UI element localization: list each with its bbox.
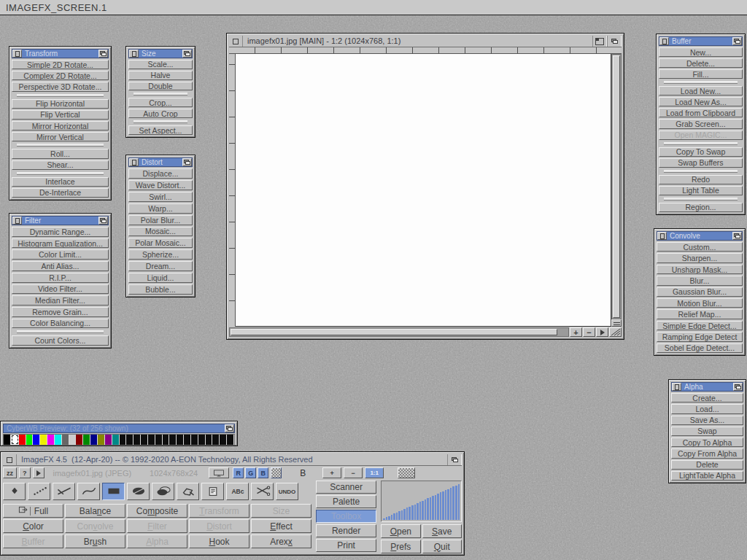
iconify-gadget-icon[interactable]	[659, 37, 669, 45]
vertical-scrollbar[interactable]	[611, 54, 622, 319]
alpha-button[interactable]: Alpha	[127, 534, 187, 548]
fill-button[interactable]: Fill...	[659, 69, 743, 79]
sleep-button[interactable]: zz	[3, 467, 17, 478]
close-icon[interactable]	[3, 454, 17, 465]
curve-tool[interactable]	[77, 483, 100, 500]
color-swatch[interactable]	[148, 435, 155, 445]
color-swatch[interactable]	[120, 435, 127, 445]
ramping-edge-detect-button[interactable]: Ramping Edge Detect	[657, 332, 743, 341]
copy-to-alpha-button[interactable]: Copy To Alpha	[671, 438, 743, 447]
sharpen-button[interactable]: Sharpen...	[657, 253, 743, 262]
polar-blur-button[interactable]: Polar Blur...	[128, 215, 193, 225]
vertical-scroll-thumb[interactable]	[613, 55, 620, 318]
polar-mosaic-button[interactable]: Polar Mosaic...	[128, 238, 193, 248]
color-swatch[interactable]	[155, 435, 163, 445]
oval-tool[interactable]	[127, 483, 150, 500]
color-swatch[interactable]	[11, 435, 19, 445]
depth-gadget-icon[interactable]	[98, 217, 108, 225]
undo-button[interactable]: UNDO	[276, 483, 298, 500]
warp-button[interactable]: Warp...	[128, 203, 193, 214]
main-window-titlebar[interactable]: imagefx01.jpg [MAIN] - 1:2 (1024x768, 1:…	[229, 36, 622, 47]
transform-button[interactable]: Transform	[189, 504, 249, 518]
color-swatch[interactable]	[112, 435, 120, 445]
color-swatch[interactable]	[163, 435, 170, 445]
full-button[interactable]: Full	[3, 504, 63, 518]
dither-toggle-icon[interactable]	[271, 467, 282, 478]
color-swatch[interactable]	[40, 435, 47, 445]
distort-button[interactable]: Distort	[189, 519, 249, 533]
color-swatch[interactable]	[69, 435, 77, 445]
median-filter-button[interactable]: Median Filter...	[12, 295, 109, 306]
set-aspect-button[interactable]: Set Aspect...	[128, 125, 193, 135]
image-canvas[interactable]	[236, 54, 611, 327]
balance-button[interactable]: Balance	[65, 504, 125, 518]
lighttable-alpha-button[interactable]: LightTable Alpha	[671, 471, 743, 481]
color-swatch[interactable]	[55, 435, 62, 445]
color-swatch[interactable]	[98, 435, 105, 445]
shear-button[interactable]: Shear...	[12, 160, 109, 170]
alpha-titlebar[interactable]: Alpha	[671, 382, 743, 392]
iconify-gadget-icon[interactable]	[657, 232, 667, 240]
zoom-out-button[interactable]: −	[344, 467, 363, 478]
halve-button[interactable]: Halve	[128, 71, 193, 80]
help-button[interactable]: ?	[19, 467, 31, 478]
perspective-3d-rotate-button[interactable]: Perspective 3D Rotate...	[12, 82, 109, 91]
crop-button[interactable]: Crop...	[128, 98, 193, 107]
size-titlebar[interactable]: Size	[128, 49, 193, 58]
effect-button[interactable]: Effect	[251, 519, 311, 533]
unsharp-mask-button[interactable]: Unsharp Mask...	[657, 265, 743, 274]
iconify-gadget-icon[interactable]	[12, 217, 22, 225]
iconify-gadget-icon[interactable]	[12, 50, 22, 58]
swirl-button[interactable]: Swirl...	[128, 192, 193, 202]
color-swatch[interactable]	[206, 435, 213, 445]
monitor-button[interactable]	[209, 467, 229, 478]
wave-distort-button[interactable]: Wave Distort...	[128, 180, 193, 190]
convolve-button[interactable]: Convolve	[65, 519, 125, 533]
depth-gadget-icon[interactable]	[447, 454, 462, 465]
arexx-button[interactable]: Arexx	[251, 534, 311, 548]
hook-button[interactable]: Hook	[189, 534, 249, 548]
swap-buffers-button[interactable]: Swap Buffers	[659, 158, 743, 168]
airbrush-tool[interactable]	[28, 483, 50, 500]
horizontal-scroll-thumb[interactable]	[231, 329, 557, 335]
scissors-tool[interactable]	[251, 483, 274, 500]
mosaic-button[interactable]: Mosaic...	[128, 227, 193, 237]
zoom-out-button[interactable]: −	[583, 327, 595, 337]
complex-2d-rotate-button[interactable]: Complex 2D Rotate...	[12, 71, 109, 80]
palette-window-titlebar[interactable]: CyberWB Preview: (32 of 256 shown)	[3, 424, 235, 433]
blur-button[interactable]: Blur...	[657, 276, 743, 285]
color-swatch[interactable]	[198, 435, 206, 445]
interlace-button[interactable]: Interlace	[12, 177, 109, 187]
simple-2d-rotate-button[interactable]: Simple 2D Rotate...	[12, 60, 109, 69]
buffer-titlebar[interactable]: Buffer	[659, 36, 743, 46]
depth-gadget-icon[interactable]	[98, 50, 108, 58]
save-as-button[interactable]: Save As...	[671, 416, 743, 425]
spherize-button[interactable]: Spherize...	[128, 249, 193, 260]
open-button[interactable]: Open	[381, 524, 420, 538]
color-swatch[interactable]	[133, 435, 141, 445]
color-swatch[interactable]	[47, 435, 55, 445]
anti-alias-button[interactable]: Anti Alias...	[12, 261, 109, 271]
color-swatch[interactable]	[62, 435, 69, 445]
open-magic-button[interactable]: Open MAGIC...	[659, 131, 743, 140]
auto-crop-button[interactable]: Auto Crop	[128, 109, 193, 118]
pan-arrow-button[interactable]	[596, 327, 608, 337]
color-swatch[interactable]	[126, 435, 133, 445]
bubble-button[interactable]: Bubble...	[128, 284, 193, 295]
save-button[interactable]: Save	[422, 524, 462, 538]
toolbox-titlebar[interactable]: ImageFX 4.5 (12-Apr-20) -- © 1992-2020 A…	[3, 454, 462, 466]
channel-r-button[interactable]: R	[233, 467, 244, 478]
color-swatch[interactable]	[4, 435, 11, 445]
load-button[interactable]: Load...	[671, 404, 743, 413]
liquid-button[interactable]: Liquid...	[128, 273, 193, 283]
color-swatch[interactable]	[220, 435, 227, 445]
color-button[interactable]: Color	[3, 519, 63, 533]
remove-grain-button[interactable]: Remove Grain...	[12, 307, 109, 317]
screen-titlebar[interactable]: IMAGEFX_SCREEN.1	[0, 0, 747, 15]
depth-gadget-icon[interactable]	[182, 158, 192, 166]
histogram-equalization-button[interactable]: Histogram Equalization...	[12, 238, 109, 249]
grab-screen-button[interactable]: Grab Screen...	[659, 119, 743, 128]
polygon-tool[interactable]	[177, 483, 199, 500]
redo-button[interactable]: Redo	[659, 175, 743, 184]
color-swatch[interactable]	[177, 435, 184, 445]
